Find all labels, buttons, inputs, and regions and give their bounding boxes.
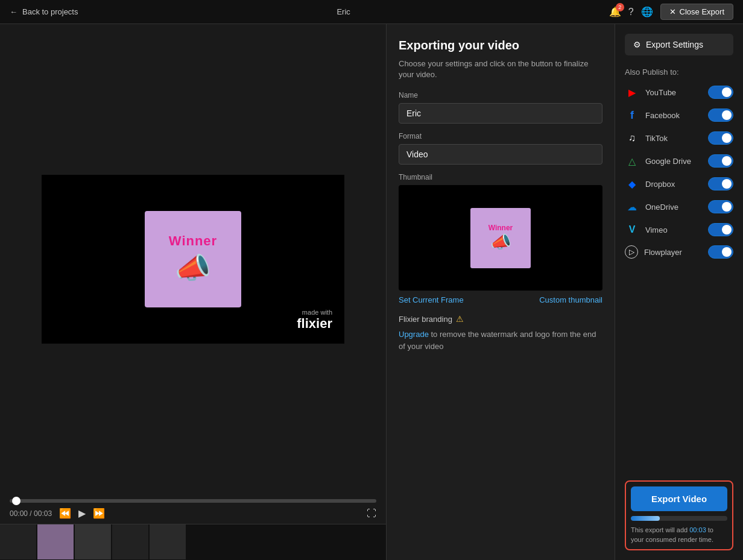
upgrade-description: to remove the watermark and logo from th…: [399, 330, 596, 351]
video-preview: Winner 📣 made with flixier: [0, 24, 386, 494]
help-icon[interactable]: ?: [628, 7, 634, 17]
back-arrow-icon: ←: [10, 7, 17, 16]
project-name: Eric: [337, 7, 350, 16]
export-info-text: This export will add: [631, 526, 689, 533]
thumb-winner-text: Winner: [488, 224, 513, 232]
publish-left-facebook: f Facebook: [625, 108, 680, 122]
custom-thumbnail-button[interactable]: Custom thumbnail: [539, 295, 602, 304]
dropbox-icon: ◆: [625, 177, 639, 191]
gear-icon: ⚙: [633, 40, 641, 49]
play-button[interactable]: ▶: [78, 508, 86, 519]
format-label: Format: [399, 132, 602, 140]
publish-item-dropbox: ◆ Dropbox: [625, 177, 733, 191]
gdrive-icon: △: [625, 154, 639, 168]
playback-controls: 00:00 / 00:03 ⏪ ▶ ⏩: [10, 508, 105, 519]
progress-bar[interactable]: [10, 499, 376, 503]
vimeo-label: Vimeo: [645, 225, 668, 234]
export-subtitle: Choose your settings and click on the bu…: [399, 58, 602, 80]
publish-left-gdrive: △ Google Drive: [625, 154, 691, 168]
publish-left-youtube: ▶ YouTube: [625, 85, 676, 99]
onedrive-icon: ☁: [625, 200, 639, 214]
export-time: 00:03: [689, 526, 706, 533]
set-current-frame-button[interactable]: Set Current Frame: [399, 295, 464, 304]
publish-item-gdrive: △ Google Drive: [625, 154, 733, 168]
fast-forward-button[interactable]: ⏩: [93, 508, 105, 519]
publish-item-onedrive: ☁ OneDrive: [625, 200, 733, 214]
back-to-projects[interactable]: ← Back to projects: [10, 7, 78, 16]
flowplayer-label: Flowplayer: [644, 248, 682, 257]
publish-left-flowplayer: ▷ Flowplayer: [625, 245, 682, 259]
flixier-watermark: flixier: [297, 316, 332, 332]
filmstrip: [0, 524, 386, 560]
filmstrip-thumb-2: [37, 524, 74, 559]
gdrive-toggle[interactable]: [708, 154, 733, 168]
video-area: Winner 📣 made with flixier 00:00 /: [0, 24, 386, 560]
filmstrip-thumb-5: [150, 524, 186, 559]
video-canvas: Winner 📣 made with flixier: [42, 175, 344, 344]
progress-thumb[interactable]: [12, 497, 21, 505]
publish-item-flowplayer: ▷ Flowplayer: [625, 245, 733, 259]
main-layout: Winner 📣 made with flixier 00:00 /: [0, 24, 743, 560]
thumbnail-actions: Set Current Frame Custom thumbnail: [399, 295, 602, 304]
publish-item-tiktok: ♫ TikTok: [625, 131, 733, 145]
onedrive-label: OneDrive: [645, 203, 678, 212]
export-settings-header[interactable]: ⚙ Export Settings: [625, 34, 733, 55]
export-info: This export will add 00:03 to your consu…: [631, 526, 727, 544]
tiktok-icon: ♫: [625, 131, 639, 145]
app-header: ← Back to projects Eric 🔔 2 ? 🌐 ✕ Close …: [0, 0, 743, 24]
header-actions: 🔔 2 ? 🌐 ✕ Close Export: [609, 4, 733, 20]
made-with-text: made with: [297, 309, 332, 316]
warning-icon: ⚠: [456, 314, 464, 324]
thumbnail-inner: Winner 📣: [470, 208, 531, 268]
youtube-label: YouTube: [645, 88, 676, 97]
thumb-mega-icon: 📣: [490, 232, 511, 252]
publish-left-dropbox: ◆ Dropbox: [625, 177, 675, 191]
onedrive-toggle[interactable]: [708, 200, 733, 213]
megaphone-icon: 📣: [175, 251, 211, 285]
watermark: made with flixier: [297, 309, 332, 332]
export-progress-bar: [631, 516, 727, 521]
export-settings-label: Export Settings: [646, 40, 703, 49]
tiktok-label: TikTok: [645, 134, 668, 143]
publish-item-vimeo: V Vimeo: [625, 222, 733, 237]
youtube-toggle[interactable]: [708, 86, 733, 99]
close-export-button[interactable]: ✕ Close Export: [660, 4, 733, 20]
notification-badge: 2: [616, 3, 624, 11]
right-sidebar: ⚙ Export Settings Also Publish to: ▶ You…: [615, 24, 743, 560]
facebook-toggle[interactable]: [708, 109, 733, 122]
upgrade-text: Upgrade to remove the watermark and logo…: [399, 329, 602, 352]
dropbox-toggle[interactable]: [708, 177, 733, 190]
rewind-button[interactable]: ⏪: [59, 508, 71, 519]
flowplayer-toggle[interactable]: [708, 245, 733, 259]
export-video-button[interactable]: Export Video: [631, 486, 727, 511]
winner-text: Winner: [169, 233, 217, 249]
upgrade-link[interactable]: Upgrade: [399, 330, 429, 339]
back-label: Back to projects: [22, 7, 78, 16]
publish-item-youtube: ▶ YouTube: [625, 85, 733, 99]
publish-item-facebook: f Facebook: [625, 108, 733, 122]
notifications-icon[interactable]: 🔔 2: [609, 6, 621, 17]
branding-row: Flixier branding ⚠: [399, 314, 602, 324]
facebook-icon: f: [625, 108, 639, 122]
filmstrip-thumb-1: [0, 524, 36, 559]
gdrive-label: Google Drive: [645, 157, 691, 166]
globe-icon[interactable]: 🌐: [641, 6, 653, 17]
publish-left-onedrive: ☁ OneDrive: [625, 200, 678, 214]
format-input[interactable]: [399, 144, 602, 165]
name-label: Name: [399, 91, 602, 99]
youtube-icon: ▶: [625, 85, 639, 99]
filmstrip-thumb-3: [75, 524, 111, 559]
thumbnail-label: Thumbnail: [399, 173, 602, 181]
vimeo-toggle[interactable]: [708, 223, 733, 236]
name-input[interactable]: [399, 103, 602, 124]
branding-label: Flixier branding: [399, 315, 452, 324]
close-x-icon: ✕: [669, 7, 676, 16]
export-panel: Exporting your video Choose your setting…: [386, 24, 615, 560]
also-publish-label: Also Publish to:: [625, 68, 733, 77]
publish-left-vimeo: V Vimeo: [625, 222, 668, 237]
fullscreen-button[interactable]: ⛶: [367, 508, 376, 519]
flowplayer-icon: ▷: [625, 245, 638, 259]
tiktok-toggle[interactable]: [708, 131, 733, 145]
time-display: 00:00 / 00:03: [10, 509, 52, 518]
export-btn-wrapper: Export Video This export will add 00:03 …: [625, 480, 733, 550]
